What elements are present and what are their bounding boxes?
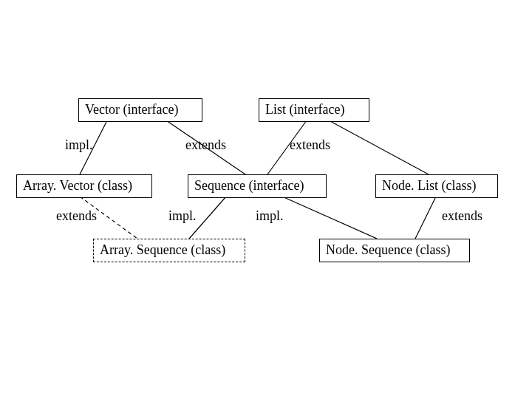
label-extends-arrayvector-arraysequence: extends xyxy=(56,208,97,224)
label-impl-sequence-nodesequence: impl. xyxy=(256,208,284,224)
node-node-sequence-class: Node. Sequence (class) xyxy=(319,239,470,262)
svg-line-7 xyxy=(415,197,436,239)
svg-line-3 xyxy=(329,120,429,174)
diagram-canvas: Vector (interface) List (interface) impl… xyxy=(0,0,532,399)
node-array-vector-class: Array. Vector (class) xyxy=(16,174,152,198)
label-extends-vector-sequence: extends xyxy=(185,137,226,153)
label-impl-sequence-arraysequence: impl. xyxy=(168,208,197,224)
label-extends-nodelist-nodesequence: extends xyxy=(442,208,482,224)
label-impl-vector-arrayvector: impl. xyxy=(65,137,93,153)
label-extends-list-sequence: extends xyxy=(290,137,330,153)
node-vector-interface: Vector (interface) xyxy=(78,98,202,122)
node-array-sequence-class: Array. Sequence (class) xyxy=(93,239,245,262)
node-sequence-interface: Sequence (interface) xyxy=(188,174,327,198)
connector-lines xyxy=(0,0,532,399)
node-list-interface: List (interface) xyxy=(259,98,369,122)
svg-line-6 xyxy=(282,197,377,239)
node-node-list-class: Node. List (class) xyxy=(375,174,498,198)
